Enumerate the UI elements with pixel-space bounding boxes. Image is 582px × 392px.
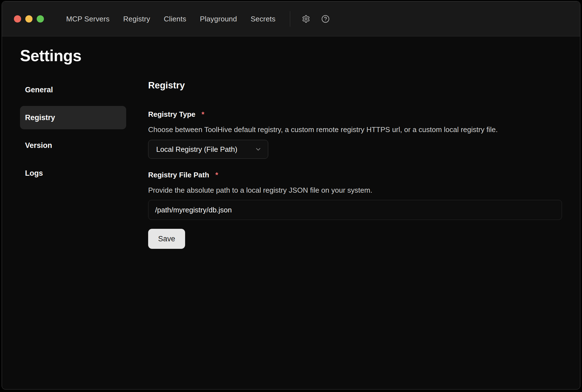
registry-settings-panel: Registry Registry Type * Choose between … bbox=[148, 78, 562, 249]
required-asterisk: * bbox=[215, 171, 218, 179]
section-heading: Registry bbox=[148, 80, 562, 91]
nav-item-mcp-servers[interactable]: MCP Servers bbox=[66, 15, 110, 23]
sidebar-item-label: Version bbox=[25, 141, 52, 150]
settings-page: Settings General Registry Version Logs R… bbox=[2, 46, 580, 249]
sidebar-item-registry[interactable]: Registry bbox=[20, 106, 126, 129]
sidebar-item-version[interactable]: Version bbox=[20, 134, 126, 157]
save-button[interactable]: Save bbox=[148, 229, 185, 249]
minimize-button[interactable] bbox=[25, 15, 33, 23]
settings-sidebar: General Registry Version Logs bbox=[20, 78, 126, 249]
registry-file-path-description: Provide the absolute path to a local reg… bbox=[148, 186, 562, 194]
nav-item-playground[interactable]: Playground bbox=[200, 15, 237, 23]
chevron-down-icon bbox=[255, 146, 262, 153]
nav-item-clients[interactable]: Clients bbox=[164, 15, 186, 23]
registry-type-label-row: Registry Type * bbox=[148, 110, 562, 119]
required-asterisk: * bbox=[202, 110, 204, 119]
titlebar-icons bbox=[301, 14, 330, 24]
registry-file-path-label: Registry File Path bbox=[148, 170, 209, 179]
sidebar-item-label: Logs bbox=[25, 169, 43, 178]
registry-type-label: Registry Type bbox=[148, 110, 195, 119]
titlebar: MCP Servers Registry Clients Playground … bbox=[2, 1, 580, 36]
top-nav: MCP Servers Registry Clients Playground … bbox=[66, 15, 275, 23]
traffic-lights bbox=[14, 15, 44, 23]
settings-layout: General Registry Version Logs Registry R… bbox=[20, 78, 562, 249]
help-circle-icon bbox=[321, 15, 330, 23]
registry-type-select[interactable]: Local Registry (File Path) bbox=[148, 140, 268, 159]
settings-button[interactable] bbox=[301, 14, 311, 24]
sidebar-item-general[interactable]: General bbox=[20, 78, 126, 101]
sidebar-item-label: Registry bbox=[25, 113, 55, 122]
gear-icon bbox=[302, 15, 310, 23]
help-button[interactable] bbox=[321, 14, 330, 24]
registry-type-select-value: Local Registry (File Path) bbox=[156, 145, 237, 154]
sidebar-item-logs[interactable]: Logs bbox=[20, 162, 126, 185]
registry-type-description: Choose between ToolHive default registry… bbox=[148, 125, 562, 134]
app-window: MCP Servers Registry Clients Playground … bbox=[2, 1, 580, 389]
titlebar-divider bbox=[290, 11, 290, 27]
sidebar-item-label: General bbox=[25, 86, 53, 94]
registry-file-path-input[interactable] bbox=[148, 200, 562, 220]
close-button[interactable] bbox=[14, 15, 21, 23]
nav-item-secrets[interactable]: Secrets bbox=[251, 15, 276, 23]
registry-file-path-label-row: Registry File Path * bbox=[148, 170, 562, 179]
maximize-button[interactable] bbox=[37, 15, 44, 23]
nav-item-registry[interactable]: Registry bbox=[123, 15, 150, 23]
page-title: Settings bbox=[20, 46, 562, 65]
